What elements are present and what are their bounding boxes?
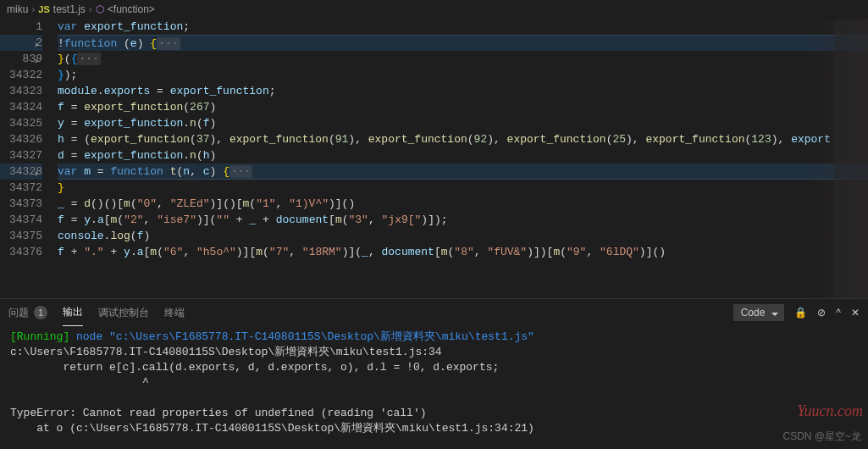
code-line[interactable]: f = y.a[m("2", "ise7")]("" + _ + documen… <box>58 212 868 228</box>
maximize-panel-icon[interactable]: ^ <box>836 307 841 319</box>
code-line[interactable]: module.exports = export_function; <box>58 83 868 99</box>
breadcrumb-sep: › <box>89 3 92 15</box>
line-number: 34375 <box>0 228 42 244</box>
symbol-icon: ⬡ <box>96 3 104 15</box>
line-number: 34374 <box>0 212 42 228</box>
line-number: 34373 <box>0 196 42 212</box>
line-number: 34372 <box>0 180 42 196</box>
breadcrumb-folder[interactable]: miku <box>7 3 28 15</box>
panel-tabs: 问题 1 输出 调试控制台 终端 Code 🔒 ⊘ ^ ✕ <box>0 299 868 326</box>
code-line[interactable]: }({··· <box>58 51 868 67</box>
code-line[interactable]: } <box>58 180 868 196</box>
clear-icon[interactable]: ⊘ <box>817 307 826 319</box>
code-line[interactable]: var export_function; <box>58 19 868 35</box>
breadcrumb: miku › JS test1.js › ⬡ <function> <box>0 0 868 19</box>
line-number: 34324 <box>0 99 42 115</box>
code-line[interactable]: }); <box>58 67 868 83</box>
line-number: 34327 <box>0 147 42 164</box>
line-number: 1 <box>0 19 42 35</box>
close-panel-icon[interactable]: ✕ <box>851 307 860 319</box>
code-line[interactable]: !function (e) {··· <box>58 35 868 51</box>
line-number: 34326 <box>0 131 42 147</box>
code-line[interactable]: _ = d()()[m("0", "ZLEd")]()[m("1", "1)V^… <box>58 196 868 212</box>
line-number: 34323 <box>0 83 42 99</box>
breadcrumb-sep: › <box>31 3 35 15</box>
output-line: [Running] node "c:\Users\F1685778.IT-C14… <box>10 330 858 345</box>
lock-icon[interactable]: 🔒 <box>794 307 807 319</box>
line-number: 2› <box>0 35 42 51</box>
minimap[interactable] <box>834 20 868 300</box>
line-number: 34376 <box>0 244 42 260</box>
line-number: 839› <box>0 51 42 67</box>
output-channel-select[interactable]: Code <box>733 304 785 321</box>
code-line[interactable]: f = export_function(267) <box>58 99 868 115</box>
output-line: at o (c:\Users\F1685778.IT-C14080115S\De… <box>10 421 858 436</box>
breadcrumb-file[interactable]: test1.js <box>53 3 86 15</box>
code-line[interactable]: d = export_function.n(h) <box>58 147 868 164</box>
output-line: ^ <box>10 375 858 391</box>
code-line[interactable]: h = (export_function(37), export_functio… <box>58 131 868 147</box>
code-line[interactable]: console.log(f) <box>58 228 868 244</box>
output-content[interactable]: [Running] node "c:\Users\F1685778.IT-C14… <box>0 326 868 440</box>
output-line <box>10 391 858 406</box>
watermark: CSDN @星空~龙 <box>782 430 861 444</box>
line-number: 34325 <box>0 115 42 131</box>
code-area[interactable]: var export_function; !function (e) {··· … <box>58 19 868 298</box>
code-line[interactable]: f + "." + y.a[m("6", "h5o^")][m("7", "18… <box>58 244 868 260</box>
breadcrumb-symbol[interactable]: <function> <box>108 3 155 15</box>
code-line[interactable]: var m = function t(n, c) {··· <box>58 164 868 180</box>
tab-output[interactable]: 输出 <box>63 299 83 326</box>
line-number: 34328› <box>0 164 42 180</box>
code-line[interactable]: y = export_function.n(f) <box>58 115 868 131</box>
tab-terminal[interactable]: 终端 <box>164 299 185 326</box>
js-icon: JS <box>38 4 49 14</box>
tab-problems[interactable]: 问题 1 <box>8 299 47 326</box>
output-line: TypeError: Cannot read properties of und… <box>10 406 858 421</box>
problems-badge: 1 <box>34 306 47 319</box>
output-line: c:\Users\F1685778.IT-C14080115S\Desktop\… <box>10 345 858 360</box>
line-number: 34322 <box>0 67 42 83</box>
line-number-gutter: 1 2› 839› 34322 34323 34324 34325 34326 … <box>0 19 58 298</box>
tab-debug-console[interactable]: 调试控制台 <box>98 299 149 326</box>
code-editor[interactable]: 1 2› 839› 34322 34323 34324 34325 34326 … <box>0 19 868 298</box>
output-line: return e[c].call(d.exports, d, d.exports… <box>10 360 858 375</box>
bottom-panel: 问题 1 输出 调试控制台 终端 Code 🔒 ⊘ ^ ✕ [Running] … <box>0 298 868 447</box>
watermark: Yuucn.com <box>797 402 863 420</box>
